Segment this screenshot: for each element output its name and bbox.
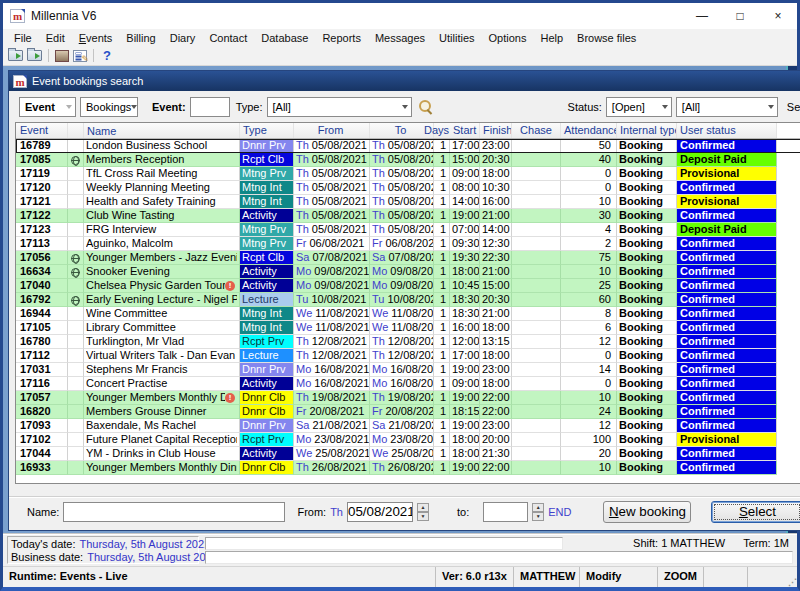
cell-internal-type: Booking — [617, 237, 677, 251]
user-status-badge: Confirmed — [677, 307, 777, 321]
menu-item-browse-files[interactable]: Browse files — [570, 32, 643, 44]
from-date-input[interactable] — [347, 502, 413, 522]
help-icon[interactable]: ? — [100, 48, 114, 63]
cell-filler — [777, 321, 800, 335]
table-row[interactable]: 17121 Health and Safety Training Mtng In… — [16, 195, 800, 209]
menu-item-reports[interactable]: Reports — [315, 32, 368, 44]
menu-item-events[interactable]: Events — [72, 32, 120, 44]
search-submode-select[interactable]: Bookings — [80, 97, 138, 117]
table-row[interactable]: 17056 Younger Members - Jazz Evening Rcp… — [16, 251, 800, 265]
header-start[interactable]: Start — [450, 123, 480, 138]
cell-to: Mo09/08/2021 — [370, 279, 434, 293]
cell-days: 1 — [434, 349, 450, 363]
menu-item-options[interactable]: Options — [482, 32, 534, 44]
cell-attendance: 75 — [561, 251, 617, 265]
cell-chase — [512, 335, 561, 349]
open-folder-icon[interactable] — [27, 50, 42, 61]
menu-item-edit[interactable]: Edit — [39, 32, 72, 44]
cell-finish: 20:00 — [480, 433, 512, 447]
cell-from: Th26/08/2021 — [294, 461, 370, 475]
menu-item-file[interactable]: File — [7, 32, 39, 44]
header-finish[interactable]: Finish — [480, 123, 512, 138]
header-internal-type[interactable]: Internal type — [617, 123, 677, 138]
cell-globe — [68, 209, 84, 223]
cell-internal-type: Booking — [617, 391, 677, 405]
table-row[interactable]: 17093 Baxendale, Ms Rachel Dnnr Prv Sa21… — [16, 419, 800, 433]
table-row[interactable]: 17119 TfL Cross Rail Meeting Mtng Prv Th… — [16, 167, 800, 181]
table-row[interactable]: 17085 Members Reception Rcpt Clb Th05/08… — [16, 153, 800, 167]
table-row[interactable]: 17105 Library Committee Mtng Int We11/08… — [16, 321, 800, 335]
header-event[interactable]: Event — [16, 123, 68, 138]
status2-select[interactable]: [All] — [676, 97, 778, 117]
menu-item-diary[interactable]: Diary — [163, 32, 203, 44]
header-chase[interactable]: Chase — [512, 123, 561, 138]
search-icon[interactable] — [418, 99, 433, 114]
cell-globe — [68, 349, 84, 363]
edit-notes-icon[interactable] — [73, 50, 87, 62]
search-mode-select[interactable]: Event — [19, 97, 76, 117]
header-days[interactable]: Days — [420, 123, 450, 138]
menu-item-billing[interactable]: Billing — [119, 32, 162, 44]
maximize-button[interactable]: □ — [721, 3, 759, 29]
menu-item-help[interactable]: Help — [533, 32, 570, 44]
to-date-label: to: — [457, 506, 469, 518]
to-date-spinner[interactable]: ▲▼ — [532, 503, 544, 521]
table-row[interactable]: 16820 Members Grouse Dinner Dnnr Clb Fr2… — [16, 405, 800, 419]
status-select[interactable]: [Open] — [606, 97, 672, 117]
header-user-status[interactable]: User status — [677, 123, 777, 138]
cell-globe — [68, 139, 84, 153]
table-row[interactable]: 17123 FRG Interview Mtng Prv Th05/08/202… — [16, 223, 800, 237]
table-row[interactable]: 17040 Chelsea Physic Garden Tour! Activi… — [16, 279, 800, 293]
table-row[interactable]: 17031 Stephens Mr Francis Dnnr Prv Mo16/… — [16, 363, 800, 377]
open-icon[interactable] — [8, 50, 23, 61]
table-row[interactable]: 16944 Wine Committee Mtng Int We11/08/20… — [16, 307, 800, 321]
photo-icon[interactable] — [55, 50, 69, 62]
select-button[interactable]: Select — [711, 501, 800, 523]
cell-to: Mo09/08/2021 — [370, 265, 434, 279]
table-row[interactable]: 17057 Younger Members Monthly Dinner! Dn… — [16, 391, 800, 405]
cell-chase — [512, 181, 561, 195]
menu-item-messages[interactable]: Messages — [368, 32, 432, 44]
header-type[interactable]: Type — [240, 123, 294, 138]
user-status-badge: Confirmed — [677, 265, 777, 279]
table-row[interactable]: 17122 Club Wine Tasting Activity Th05/08… — [16, 209, 800, 223]
event-number-input[interactable] — [190, 97, 230, 117]
header-attendance[interactable]: Attendance — [561, 123, 617, 138]
resize-grip[interactable] — [787, 567, 797, 587]
menu-item-utilities[interactable]: Utilities — [432, 32, 481, 44]
cell-days: 1 — [434, 237, 450, 251]
table-row[interactable]: 17102 Future Planet Capital Reception Rc… — [16, 433, 800, 447]
cell-chase — [512, 265, 561, 279]
table-row[interactable]: 16634 Snooker Evening Activity Mo09/08/2… — [16, 265, 800, 279]
new-booking-button[interactable]: New booking — [603, 501, 691, 523]
cell-globe — [68, 433, 84, 447]
globe-icon — [71, 254, 80, 263]
header-name[interactable]: Name — [84, 123, 240, 138]
table-row[interactable]: 17044 YM - Drinks in Club House Activity… — [16, 447, 800, 461]
table-row[interactable]: 16780 Turklington, Mr Vlad Rcpt Prv Th12… — [16, 335, 800, 349]
table-row[interactable]: 16933 Younger Members Monthly Dinner Dnn… — [16, 461, 800, 475]
event-type-badge: Rcpt Prv — [240, 335, 294, 349]
table-row[interactable]: 17112 Virtual Writers Talk - Dan Evan Le… — [16, 349, 800, 363]
cell-to: Mo16/08/2021 — [370, 377, 434, 391]
menu-item-contact[interactable]: Contact — [202, 32, 254, 44]
menu-item-database[interactable]: Database — [254, 32, 315, 44]
table-row[interactable]: 17113 Aguinko, Malcolm Mtng Prv Fr06/08/… — [16, 237, 800, 251]
to-date-input[interactable] — [483, 502, 528, 522]
cell-event-number: 17120 — [16, 181, 68, 195]
close-button[interactable]: × — [759, 3, 797, 29]
from-date-spinner[interactable]: ▲▼ — [417, 503, 429, 521]
cell-internal-type: Booking — [617, 139, 677, 153]
type-select[interactable]: [All] — [267, 97, 412, 117]
table-row[interactable]: 17120 Weekly Planning Meeting Mtng Int T… — [16, 181, 800, 195]
event-type-badge: Rcpt Clb — [240, 251, 294, 265]
table-row[interactable]: 17116 Concert Practise Activity Mo16/08/… — [16, 377, 800, 391]
minimize-button[interactable]: — — [683, 3, 721, 29]
table-row[interactable]: 16789 London Business School Dnnr Prv Th… — [16, 139, 800, 153]
event-type-badge: Mtng Prv — [240, 237, 294, 251]
name-filter-input[interactable] — [63, 502, 285, 522]
cell-internal-type: Booking — [617, 181, 677, 195]
table-row[interactable]: 16792 Early Evening Lecture - Nigel Pete… — [16, 293, 800, 307]
mode-status: Modify — [579, 567, 657, 587]
header-from[interactable]: From — [294, 123, 370, 138]
